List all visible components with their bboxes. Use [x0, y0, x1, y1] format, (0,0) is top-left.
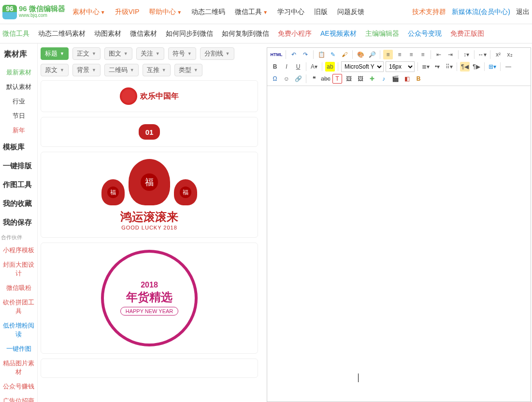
ordered-list-button[interactable]: ≣▾	[421, 62, 431, 72]
sidebar-cat-0[interactable]: 最新素材	[0, 65, 37, 80]
sidebar-partner-4[interactable]: 低价增粉阅读	[0, 318, 37, 342]
sidebar-partner-8[interactable]: 广告位招商	[0, 394, 37, 402]
material-card-4[interactable]: 2018 年货精选 HAPPY NEW YEAR	[41, 243, 258, 354]
topnav-item-7[interactable]: 问题反馈	[337, 8, 364, 16]
filter-frow2-4[interactable]: 类型▼	[174, 64, 202, 76]
attachment-button[interactable]: ◧	[402, 74, 412, 84]
table-button[interactable]: ⊞▾	[488, 62, 497, 72]
bullet-list-button[interactable]: ⠿▾	[444, 62, 454, 72]
filter-frow1-0[interactable]: 标题▼	[41, 47, 69, 60]
topnav-item-4[interactable]: 微信工具▼	[235, 8, 268, 16]
html-source-button[interactable]: HTML	[270, 50, 283, 59]
subnav-item-5[interactable]: 如何复制到微信	[222, 29, 269, 38]
multi-image-button[interactable]: 🖼	[356, 74, 365, 84]
image-button[interactable]: 🖼	[344, 74, 354, 84]
subnav-item-4[interactable]: 如何同步到微信	[166, 29, 213, 38]
clear-format-button[interactable]: ✎	[328, 50, 338, 59]
subnav-item-1[interactable]: 动态二维码素材	[38, 29, 86, 38]
video-button[interactable]: 🎬	[390, 74, 400, 84]
indent-right-button[interactable]: ⇥	[446, 50, 455, 59]
filter-frow2-1[interactable]: 背景▼	[72, 64, 101, 76]
topnav-item-0[interactable]: 素材中心▼	[72, 8, 105, 16]
filter-frow2-3[interactable]: 互推▼	[143, 64, 171, 76]
sidebar-partner-6[interactable]: 精品图片素材	[0, 356, 37, 379]
underline-button[interactable]: U	[293, 62, 303, 72]
editor-content-area[interactable]	[267, 86, 531, 402]
topnav-item-2[interactable]: 帮助中心▼	[149, 8, 182, 16]
sidebar-cat-4[interactable]: 新年	[0, 123, 37, 138]
subnav-item-2[interactable]: 动图素材	[94, 29, 121, 38]
text-border-button[interactable]: T	[332, 74, 342, 84]
emoji-button[interactable]: ☺	[282, 74, 291, 84]
subnav-item-6[interactable]: 免费小程序	[278, 29, 312, 38]
paragraph-dir2-button[interactable]: ¶▶	[472, 62, 481, 72]
link-logout[interactable]: 退出	[516, 8, 530, 16]
indent-left-button[interactable]: ⇤	[434, 50, 444, 59]
filter-frow2-2[interactable]: 二维码▼	[104, 64, 139, 76]
material-list[interactable]: 欢乐中国年 01 鸿运滚滚来 GOOD LUCKY 2018 2018 年货精选	[41, 80, 262, 402]
paragraph-dir-button[interactable]: ¶◀	[460, 62, 470, 72]
subnav-item-10[interactable]: 免费正版图	[450, 29, 484, 38]
sidebar-partner-1[interactable]: 封面大图设计	[0, 258, 37, 281]
sidebar-cat-2[interactable]: 行业	[0, 94, 37, 109]
color-button[interactable]: 🎨	[356, 50, 365, 59]
subnav-item-0[interactable]: 微信工具	[2, 29, 29, 38]
link-media[interactable]: 新媒体流(会员中心)	[452, 8, 510, 16]
sidebar-partner-5[interactable]: 一键作图	[0, 342, 37, 356]
redo-button[interactable]: ↷	[301, 50, 310, 59]
hr-button[interactable]: —	[503, 62, 513, 72]
material-card-3[interactable]: 鸿运滚滚来 GOOD LUCKY 2018	[41, 152, 258, 238]
line-height-button[interactable]: ↕▾	[461, 50, 471, 59]
insert-component-button[interactable]: ✚	[367, 74, 377, 84]
sidebar-partner-7[interactable]: 公众号赚钱	[0, 379, 37, 394]
material-card-2[interactable]: 01	[41, 117, 258, 147]
brand-logo[interactable]: 96 微信编辑器 www.bjq.com	[2, 5, 65, 19]
sidebar-partner-2[interactable]: 微信吸粉	[0, 281, 37, 295]
topnav-item-3[interactable]: 动态二维码	[191, 8, 225, 16]
letter-spacing-button[interactable]: ↔▾	[477, 50, 487, 59]
subscript-button[interactable]: x₂	[505, 50, 515, 59]
bold-action-button[interactable]: B	[414, 74, 423, 84]
paste-button[interactable]: 📋	[316, 50, 326, 59]
format-brush-button[interactable]: 🖌	[340, 50, 349, 59]
align-center-button[interactable]: ≡	[395, 50, 404, 59]
superscript-button[interactable]: x²	[493, 50, 503, 59]
filter-frow1-1[interactable]: 正文▼	[72, 47, 101, 60]
subnav-item-3[interactable]: 微信素材	[130, 29, 157, 38]
special-char-button[interactable]: Ω	[270, 74, 280, 84]
sidebar-partner-3[interactable]: 砍价拼团工具	[0, 295, 37, 318]
strike-button[interactable]: abc	[321, 74, 331, 84]
align-left-button[interactable]: ≡	[383, 50, 393, 59]
sidebar-cat-3[interactable]: 节日	[0, 109, 37, 123]
topnav-item-6[interactable]: 旧版	[314, 8, 328, 16]
material-card-5[interactable]	[41, 359, 258, 378]
subnav-item-8[interactable]: 主编编辑器	[365, 29, 399, 38]
quote-button[interactable]: ❝	[309, 74, 319, 84]
topnav-item-1[interactable]: 升级VIP	[115, 8, 140, 16]
filter-frow2-0[interactable]: 原文▼	[41, 64, 69, 76]
filter-frow1-4[interactable]: 符号▼	[168, 47, 196, 60]
italic-button[interactable]: I	[282, 62, 291, 72]
subnav-item-9[interactable]: 公众号变现	[408, 29, 442, 38]
material-card-1[interactable]: 欢乐中国年	[41, 80, 258, 112]
link-button[interactable]: 🔗	[293, 74, 303, 84]
unordered-list-button[interactable]: •▾	[432, 62, 442, 72]
sidebar-partner-0[interactable]: 小程序模板	[0, 243, 37, 258]
filter-frow1-3[interactable]: 关注▼	[136, 47, 164, 60]
back-color-button[interactable]: ab	[325, 62, 335, 72]
topnav-item-5[interactable]: 学习中心	[277, 8, 304, 16]
audio-button[interactable]: ♪	[379, 74, 388, 84]
filter-frow1-2[interactable]: 图文▼	[104, 47, 132, 60]
filter-frow1-5[interactable]: 分割线▼	[200, 47, 234, 60]
align-right-button[interactable]: ≡	[406, 50, 416, 59]
link-support[interactable]: 技术支持群	[412, 8, 446, 16]
subnav-item-7[interactable]: AE视频素材	[320, 29, 357, 38]
font-color-button[interactable]: A▾	[309, 62, 319, 72]
bold-button[interactable]: B	[270, 62, 280, 72]
sidebar-cat-1[interactable]: 默认素材	[0, 80, 37, 94]
undo-button[interactable]: ↶	[289, 50, 299, 59]
find-replace-button[interactable]: 🔎	[367, 50, 377, 59]
font-size-select[interactable]: 16px	[386, 61, 415, 72]
font-family-select[interactable]: MicroSoft Y	[341, 61, 384, 72]
align-justify-button[interactable]: ≡	[418, 50, 428, 59]
